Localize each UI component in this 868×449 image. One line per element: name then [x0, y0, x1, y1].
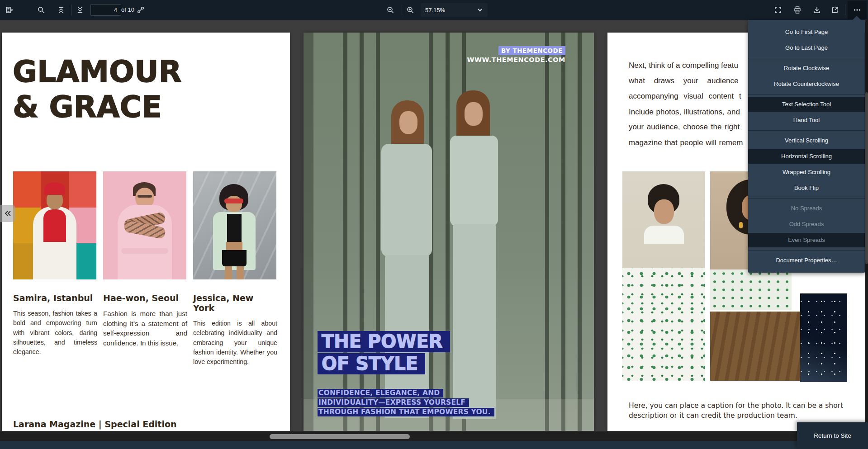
menu-separator [748, 250, 865, 250]
menu-item-odd-spreads: Odd Spreads [748, 217, 865, 232]
photo-samira [13, 171, 96, 279]
double-chevron-left-icon [4, 209, 12, 217]
byline-highlighted: BY THEMENCODE [498, 46, 565, 55]
share-button[interactable] [134, 3, 147, 17]
next-page-button[interactable] [73, 3, 87, 17]
page-number-input[interactable] [90, 4, 121, 16]
menu-separator [748, 198, 865, 199]
toolbar-divider [71, 5, 71, 15]
menu-item-even-spreads: Even Spreads [748, 233, 865, 247]
presentation-mode-button[interactable] [771, 3, 785, 17]
zoom-in-icon [406, 6, 414, 14]
column-heading: Jessica, New York [193, 293, 277, 313]
magazine-footer: Larana Magazine | Special Edition [13, 419, 177, 429]
page-title: GLAMOUR & GRACE [13, 54, 182, 125]
byline-block: BY THEMENCODE WWW.THEMENCODE.COM [467, 46, 565, 63]
print-button[interactable] [791, 3, 804, 17]
menu-item-last-page[interactable]: Go to Last Page [748, 41, 865, 55]
vertical-scrollbar-thumb[interactable] [865, 92, 868, 264]
menu-item-horizontal-scrolling[interactable]: Horizontal Scrolling [748, 149, 865, 164]
headline-line-1: THE POWER [318, 331, 450, 352]
horizontal-scrollbar-thumb[interactable] [270, 434, 410, 439]
menu-item-no-spreads: No Spreads [748, 201, 865, 216]
figure-beanie [44, 182, 65, 195]
menu-item-text-selection[interactable]: Text Selection Tool [748, 97, 865, 112]
photo-haewon [103, 171, 186, 279]
toolbar-divider [402, 5, 402, 15]
column-haewon: Hae-won, Seoul Fashion is more than just… [103, 293, 187, 348]
zoom-in-button[interactable] [403, 3, 417, 17]
zoom-out-icon [386, 6, 394, 14]
menu-item-wrapped-scrolling[interactable]: Wrapped Scrolling [748, 165, 865, 180]
menu-separator [748, 130, 865, 131]
photo-caption: Here, you can place a caption for the ph… [629, 401, 846, 421]
menu-item-hand-tool[interactable]: Hand Tool [748, 113, 865, 128]
open-file-button[interactable] [828, 3, 842, 17]
subtitle-line-2: INDIVIDUALITY—EXPRESS YOURSELF [318, 398, 469, 407]
zoom-out-button[interactable] [384, 3, 397, 17]
title-line-2: & GRACE [13, 90, 182, 125]
column-text: This edition is all about celebrating in… [193, 319, 277, 367]
column-jessica: Jessica, New York This edition is all ab… [193, 293, 277, 367]
photo-brown-knit [710, 312, 800, 381]
open-external-icon [831, 6, 839, 14]
menu-item-document-properties[interactable]: Document Properties… [748, 253, 865, 268]
subtitle-line-3: THROUGH FASHION THAT EMPOWERS YOU. [318, 408, 494, 416]
magazine-page-center: BY THEMENCODE WWW.THEMENCODE.COM THE POW… [304, 33, 594, 431]
pdf-viewer-app: of 10 57.15% [0, 0, 868, 449]
print-icon [793, 6, 802, 14]
more-tools-button[interactable] [850, 3, 864, 17]
download-icon [813, 6, 821, 14]
menu-item-rotate-cw[interactable]: Rotate Clockwise [748, 61, 865, 76]
figure-red-top [43, 209, 66, 242]
zoom-level-select[interactable]: 57.15% [421, 3, 488, 17]
title-line-1: GLAMOUR [13, 54, 182, 90]
website-url: WWW.THEMENCODE.COM [467, 56, 565, 63]
toolbar-divider [845, 5, 845, 15]
menu-item-book-flip[interactable]: Book Flip [748, 181, 865, 195]
return-to-site-button[interactable]: Return to Site [797, 422, 868, 449]
photo-night-sky [800, 293, 847, 382]
chevron-up-bar-icon [57, 6, 65, 14]
page-count-label: of 10 [121, 6, 134, 13]
column-text: This season, fashion takes a bold and em… [13, 309, 97, 357]
sidebar-expand-tab[interactable] [0, 205, 15, 222]
chevron-down-bar-icon [76, 6, 84, 14]
zoom-level-value: 57.15% [425, 7, 445, 14]
menu-separator [748, 58, 865, 58]
menu-item-first-page[interactable]: Go to First Page [748, 25, 865, 39]
headline-line-2: OF STYLE [318, 353, 425, 374]
column-text: Fashion is more than just clothing it’s … [103, 309, 187, 348]
fullscreen-icon [774, 6, 782, 14]
subtitle-line-1: CONFIDENCE, ELEGANCE, AND [318, 389, 443, 397]
photo-row [13, 171, 276, 279]
download-button[interactable] [810, 3, 824, 17]
subtitle-block: CONFIDENCE, ELEGANCE, AND INDIVIDUALITY—… [318, 389, 494, 417]
magazine-page-left: GLAMOUR & GRACE [2, 33, 290, 431]
dropdown-caret [852, 16, 861, 20]
previous-page-button[interactable] [54, 3, 68, 17]
vertical-scrollbar-track[interactable] [865, 20, 868, 432]
find-button[interactable] [34, 3, 48, 17]
embed-footer-strip [0, 441, 868, 449]
menu-separator [748, 94, 865, 95]
photo-jessica [193, 171, 276, 279]
search-icon [37, 6, 45, 14]
menu-item-vertical-scrolling[interactable]: Vertical Scrolling [748, 133, 865, 148]
toolbar: of 10 57.15% [0, 0, 868, 20]
chevron-down-icon [477, 7, 483, 13]
share-icon [137, 6, 145, 14]
toggle-sidebar-button[interactable] [3, 3, 16, 17]
photo-floral-dress [622, 171, 705, 381]
headline-block: THE POWER OF STYLE [318, 331, 450, 375]
column-samira: Samira, Istanbul This season, fashion ta… [13, 293, 97, 357]
secondary-toolbar-menu: Go to First Page Go to Last Page Rotate … [748, 20, 865, 273]
column-heading: Samira, Istanbul [13, 293, 97, 303]
sidebar-icon [5, 6, 14, 14]
ellipsis-icon [853, 6, 861, 14]
column-heading: Hae-won, Seoul [103, 293, 187, 303]
menu-item-rotate-ccw[interactable]: Rotate Counterclockwise [748, 77, 865, 91]
horizontal-scrollbar-track[interactable] [0, 432, 868, 441]
